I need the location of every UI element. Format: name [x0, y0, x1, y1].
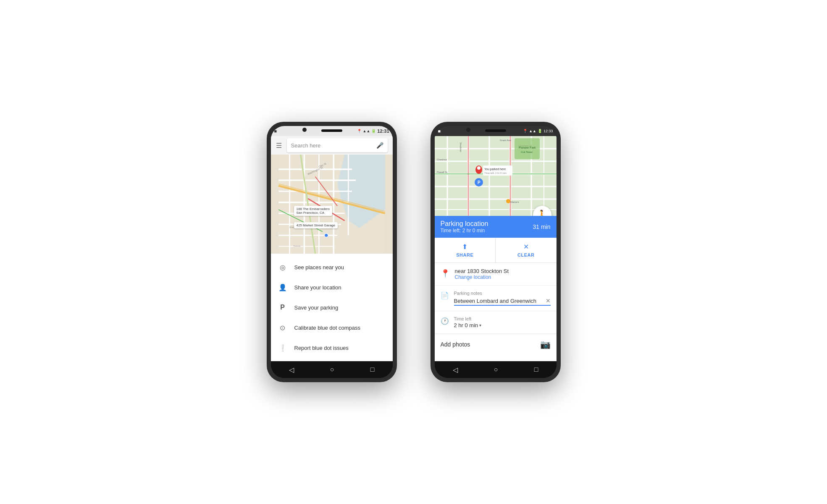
phone-2-signal-icon: ▲▲ — [529, 129, 536, 133]
svg-text:You parked here: You parked here — [484, 168, 506, 171]
phone-1-location-icon: 📍 — [357, 129, 362, 133]
time-dropdown-icon[interactable]: ▾ — [479, 323, 481, 328]
svg-point-27 — [324, 234, 328, 237]
report-icon: ❕ — [278, 343, 288, 353]
svg-point-61 — [506, 199, 510, 203]
back-button[interactable]: ◁ — [289, 366, 294, 374]
phone-1-status-left: ■ — [274, 129, 277, 134]
location-icon: 📍 — [441, 269, 450, 278]
phone-2-content: Powell St Chestnut Stockton Grant Ave Lo… — [435, 136, 557, 361]
menu-item-places[interactable]: ◎ See places near you — [271, 257, 393, 277]
parking-header: Parking location Time left: 2 hr 0 min 3… — [435, 216, 557, 238]
time-left-label: Time left — [454, 316, 551, 321]
camera-icon[interactable]: 📷 — [540, 339, 551, 349]
notes-content: Parking notes Between Lombard and Greenw… — [454, 291, 551, 306]
notes-field-container: Between Lombard and Greenwich ✕ — [454, 297, 551, 306]
places-icon: ◎ — [278, 262, 288, 272]
menu-item-calibrate[interactable]: ⊙ Calibrate blue dot compass — [271, 318, 393, 338]
menu-item-share-location[interactable]: 👤 Share your location — [271, 277, 393, 297]
time-content: Time left 2 hr 0 min ▾ — [454, 316, 551, 328]
location-content: near 1830 Stockton St Change location — [455, 268, 551, 280]
compass-icon: ⊙ — [278, 323, 288, 333]
parking-duration: 31 min — [533, 223, 550, 230]
phone-2-battery-icon: 🔋 — [538, 129, 542, 133]
svg-text:Mama's: Mama's — [510, 201, 519, 203]
svg-text:Pioneer Park: Pioneer Park — [519, 146, 536, 149]
share-button[interactable]: ⬆ SHARE — [435, 238, 496, 262]
svg-point-57 — [477, 166, 480, 170]
phone-1-map: Washington St Clay St Embarcadero Treasu… — [271, 155, 393, 254]
phone-1-camera — [302, 128, 307, 132]
svg-text:Treasury: Treasury — [293, 245, 301, 247]
phone-2-nav-bar: ◁ ○ □ — [435, 361, 557, 378]
parking-map-svg: Powell St Chestnut Stockton Grant Ave Lo… — [435, 136, 557, 216]
home-button[interactable]: ○ — [330, 366, 334, 373]
hamburger-icon[interactable]: ☰ — [276, 142, 282, 150]
menu-item-report[interactable]: ❕ Report blue dot issues — [271, 338, 393, 358]
recents-button[interactable]: □ — [370, 366, 375, 373]
phone-2-status-icons: 📍 ▲▲ 🔋 12:33 — [523, 129, 553, 133]
phone-1-nav-bar: ◁ ○ □ — [271, 361, 393, 378]
menu-label-share-location: Share your location — [294, 284, 341, 291]
phone-1-content: ☰ Search here 🎤 — [271, 136, 393, 361]
phone-2-location-icon: 📍 — [523, 129, 528, 133]
svg-text:P: P — [478, 180, 480, 185]
action-row: ⬆ SHARE ✕ CLEAR — [435, 238, 557, 263]
parking-icon: P — [278, 302, 288, 312]
search-input-container[interactable]: Search here 🎤 — [287, 138, 388, 152]
phone-1-speaker — [321, 129, 342, 132]
time-icon: 🕐 — [441, 317, 449, 325]
change-location-link[interactable]: Change location — [455, 274, 551, 280]
phone-1-time: 12:31 — [377, 129, 389, 134]
svg-text:Stockton: Stockton — [459, 142, 462, 152]
svg-text:Time left: 2 hr 0 min: Time left: 2 hr 0 min — [484, 172, 507, 174]
clear-button[interactable]: ✕ CLEAR — [496, 238, 557, 262]
add-photos-row[interactable]: Add photos 📷 — [435, 334, 557, 354]
svg-text:Coit Tower: Coit Tower — [521, 151, 533, 153]
svg-text:Chestnut: Chestnut — [437, 158, 447, 161]
notes-label: Parking notes — [454, 291, 551, 296]
location-address: near 1830 Stockton St — [455, 268, 551, 274]
location-row: 📍 near 1830 Stockton St Change location — [435, 263, 557, 286]
time-left-text: 2 hr 0 min — [454, 322, 478, 328]
menu-label-calibrate: Calibrate blue dot compass — [294, 325, 361, 331]
phone-1-screen: ■ 📍 ▲▲ 🔋 12:31 ☰ Search here 🎤 — [271, 126, 393, 378]
scene: ■ 📍 ▲▲ 🔋 12:31 ☰ Search here 🎤 — [267, 122, 561, 382]
parking-map: Powell St Chestnut Stockton Grant Ave Lo… — [435, 136, 557, 216]
phone-2-status-left: ■ — [438, 129, 441, 134]
share-location-icon: 👤 — [278, 282, 288, 292]
phone-2-home-button[interactable]: ○ — [494, 366, 498, 373]
phone-1-battery-icon: 🔋 — [371, 129, 376, 133]
map-svg: Washington St Clay St Embarcadero Treasu… — [271, 155, 393, 254]
notes-clear-icon[interactable]: ✕ — [546, 297, 551, 304]
share-label: SHARE — [456, 252, 473, 257]
svg-text:Powell St: Powell St — [437, 171, 447, 173]
search-placeholder: Search here — [291, 142, 376, 149]
time-left-value: 2 hr 0 min ▾ — [454, 322, 551, 328]
notes-row: 📄 Parking notes Between Lombard and Gree… — [435, 286, 557, 311]
share-icon: ⬆ — [462, 243, 467, 251]
menu-label-places: See places near you — [294, 264, 344, 270]
phone-1-search-bar: ☰ Search here 🎤 — [271, 136, 393, 155]
phone-2-camera — [466, 128, 470, 132]
phone-2-recents-button[interactable]: □ — [534, 366, 538, 373]
map-address-overlay: 188 The EmbarcaderoSan Francisco, CA — [294, 206, 332, 216]
menu-item-save-parking[interactable]: P Save your parking — [271, 297, 393, 318]
phone-2-speaker — [485, 129, 506, 132]
notes-icon: 📄 — [441, 291, 449, 299]
phone-2-back-button[interactable]: ◁ — [453, 366, 458, 374]
add-photos-label: Add photos — [441, 341, 470, 348]
menu-label-save-parking: Save your parking — [294, 304, 339, 311]
clear-label: CLEAR — [517, 252, 534, 257]
time-left-row: 🕐 Time left 2 hr 0 min ▾ — [435, 311, 557, 334]
phone-1-menu: ◎ See places near you 👤 Share your locat… — [271, 254, 393, 361]
phone-1: ■ 📍 ▲▲ 🔋 12:31 ☰ Search here 🎤 — [267, 122, 397, 382]
phone-2-time: 12:33 — [543, 129, 553, 133]
mic-icon[interactable]: 🎤 — [376, 142, 383, 149]
notes-value[interactable]: Between Lombard and Greenwich — [454, 298, 546, 304]
menu-label-report: Report blue dot issues — [294, 345, 349, 351]
map-garage-overlay: 425 Market Street Garage — [294, 222, 338, 228]
phone-1-signal-icon: ▲▲ — [363, 129, 370, 133]
phone-2: ■ 📍 ▲▲ 🔋 12:33 — [431, 122, 561, 382]
svg-text:Grant Ave: Grant Ave — [500, 139, 511, 142]
